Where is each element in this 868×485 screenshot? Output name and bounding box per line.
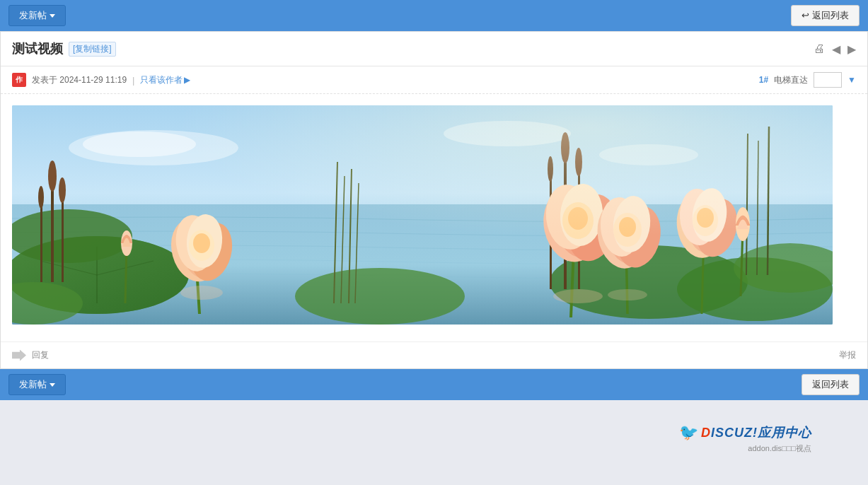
prev-thread-icon[interactable]: ◀ — [832, 42, 840, 56]
top-toolbar: 发新帖 ↩ 返回列表 — [0, 0, 868, 31]
thread-title-container: 测试视频 [复制链接] — [12, 40, 116, 57]
main-content: 测试视频 [复制链接] 🖨 ◀ ▶ 作 发表于 2024-11-29 11:19… — [0, 31, 868, 369]
return-list-label: ↩ 返回列表 — [802, 10, 849, 21]
discuz-watermark: 🐦 DISCUZ!应用中心 addon.dis□□□视点 — [679, 423, 811, 454]
new-post-label-bottom: 发新帖 — [19, 378, 47, 391]
elevator-go-icon[interactable]: ▼ — [847, 75, 856, 85]
thread-header: 测试视频 [复制链接] 🖨 ◀ ▶ — [1, 32, 867, 66]
post-time: 发表于 2024-11-29 11:19 — [32, 74, 127, 86]
lotus-image — [12, 105, 833, 325]
return-list-button-top[interactable]: ↩ 返回列表 — [791, 5, 860, 26]
return-list-button-bottom[interactable]: 返回列表 — [802, 374, 860, 395]
reply-label: 回复 — [32, 349, 49, 361]
new-post-button-bottom[interactable]: 发新帖 — [8, 374, 66, 395]
return-list-label-bottom: 返回列表 — [812, 379, 849, 390]
author-only-label: 只看该作者 — [140, 74, 183, 86]
elevator-input[interactable] — [814, 72, 842, 88]
discuz-subtitle: addon.dis□□□视点 — [748, 443, 811, 454]
new-post-dropdown-icon-bottom — [50, 383, 55, 387]
floor-number: 1# — [759, 75, 768, 85]
print-icon[interactable]: 🖨 — [814, 42, 825, 55]
new-post-label: 发新帖 — [19, 9, 47, 22]
copy-link-button[interactable]: [复制链接] — [69, 42, 116, 57]
svg-rect-72 — [12, 105, 833, 325]
bottom-toolbar: 发新帖 返回列表 — [0, 369, 868, 400]
discuz-logo-text: DISCUZ!应用中心 — [701, 424, 811, 441]
lotus-svg — [12, 105, 833, 325]
separator: | — [132, 75, 134, 86]
new-post-dropdown-icon — [50, 14, 55, 18]
reply-button[interactable]: 回复 — [12, 349, 49, 361]
author-icon: 作 — [12, 73, 26, 87]
author-only-arrow: ▶ — [184, 75, 190, 85]
thread-header-actions: 🖨 ◀ ▶ — [814, 42, 856, 56]
post-image-container — [12, 105, 833, 325]
next-thread-icon[interactable]: ▶ — [847, 42, 856, 56]
post-meta-bar: 作 发表于 2024-11-29 11:19 | 只看该作者 ▶ 1# 电梯直达… — [1, 66, 867, 94]
discuz-bird-icon: 🐦 — [679, 423, 698, 442]
report-button[interactable]: 举报 — [839, 349, 856, 361]
post-content — [1, 94, 867, 341]
elevator-label: 电梯直达 — [774, 74, 808, 86]
post-meta-right: 1# 电梯直达 ▼ — [759, 72, 856, 88]
author-only-toggle[interactable]: 只看该作者 ▶ — [140, 74, 190, 86]
thread-title: 测试视频 — [12, 40, 63, 57]
new-post-button[interactable]: 发新帖 — [8, 5, 66, 26]
post-meta-left: 作 发表于 2024-11-29 11:19 | 只看该作者 ▶ — [12, 73, 190, 87]
reply-icon — [12, 350, 26, 361]
post-actions-bar: 回复 举报 — [1, 341, 867, 368]
